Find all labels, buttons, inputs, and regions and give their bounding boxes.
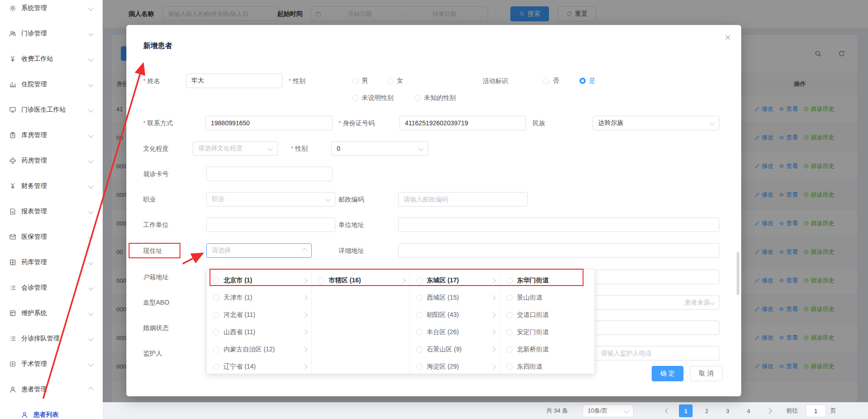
modal-scrollbar[interactable] — [737, 252, 739, 295]
cascader-option-district[interactable]: 石景山区 (9) — [410, 341, 500, 358]
visit-card-input[interactable] — [206, 167, 333, 181]
page-button-1[interactable]: 1 — [679, 404, 693, 417]
cascader-option-street[interactable]: 安定门街道 — [500, 324, 594, 341]
cascader-option-district[interactable]: 朝阳区 (43) — [410, 306, 500, 324]
chevron-down-icon — [88, 82, 93, 87]
sidebar-item-insurance[interactable]: 医保管理 — [0, 224, 103, 250]
page-unit-label: 页 — [830, 402, 836, 419]
page-button-4[interactable]: 4 — [742, 404, 755, 417]
modal-title: 新增患者 — [143, 41, 172, 51]
monitor-icon — [9, 106, 16, 113]
sidebar-item-drug-storage[interactable]: 药库管理 — [0, 250, 103, 275]
chevron-right-icon — [491, 312, 496, 317]
prev-page-button[interactable] — [661, 404, 674, 417]
cascader-option-province[interactable]: 天津市 (1) — [207, 289, 311, 306]
chevron-right-icon — [767, 408, 772, 413]
radio-active-no[interactable]: 否 — [543, 74, 559, 88]
cascader-option-province[interactable]: 河北省 (11) — [207, 306, 311, 324]
list-icon — [9, 335, 16, 342]
cascader-option-street[interactable]: 东四街道 — [500, 358, 594, 374]
sidebar-item-warehouse[interactable]: 库房管理 — [0, 123, 103, 148]
work-unit-input[interactable] — [206, 217, 335, 232]
chevron-right-icon — [303, 295, 308, 300]
sidebar-item-patients[interactable]: 患者管理 — [0, 377, 103, 402]
education-select[interactable]: 请选择文化程度 — [193, 141, 278, 156]
chevron-right-icon — [303, 330, 308, 335]
sidebar-menu: 系统管理 门诊管理 收费工作站 住院管理 门诊医生工作站 库房管理 药房管理 财… — [0, 0, 103, 419]
yen-icon — [9, 55, 16, 63]
radio-gender-unspecified[interactable]: 未说明性别 — [352, 91, 394, 105]
unit-address-input[interactable] — [398, 217, 719, 232]
page-button-2[interactable]: 2 — [700, 404, 713, 417]
radio-male[interactable]: 男 — [352, 74, 368, 88]
cascader-option-province[interactable]: 北京市 (1) — [207, 272, 311, 289]
radio-icon — [387, 78, 394, 84]
cascader-option-district[interactable]: 海淀区 (29) — [410, 358, 500, 374]
sidebar-item-inpatient[interactable]: 住院管理 — [0, 72, 103, 97]
chevron-down-icon — [325, 197, 330, 202]
cascader-option-district[interactable]: 丰台区 (26) — [410, 324, 500, 341]
gender-label: 性别 — [289, 74, 305, 88]
sidebar-item-surgery[interactable]: 手术管理 — [0, 351, 103, 377]
cascader-option-street[interactable]: 交道口街道 — [500, 306, 594, 324]
detail-address-label: 详细地址 — [339, 243, 364, 258]
sidebar-item-outpatient[interactable]: 门诊管理 — [0, 21, 103, 46]
page-button-3[interactable]: 3 — [721, 404, 734, 417]
cascader-option-province[interactable]: 内蒙古自治区 (12) — [207, 341, 311, 358]
sidebar-item-system[interactable]: 系统管理 — [0, 0, 103, 21]
radio-gender-unknown[interactable]: 未知的性别 — [414, 91, 456, 105]
sidebar-item-reports[interactable]: 报表管理 — [0, 199, 103, 224]
add-patient-modal: 新增患者 姓名 性别 男 女 活动标识 否 是 未说明性别 未知的性别 联系方式… — [126, 25, 741, 396]
sidebar-item-pharmacy[interactable]: 药房管理 — [0, 148, 103, 173]
chevron-right-icon — [491, 330, 496, 335]
detail-address-input[interactable] — [398, 243, 719, 258]
chevron-right-icon — [491, 295, 496, 300]
page-size-select[interactable]: 10条/页 — [583, 404, 634, 417]
radio-active-yes[interactable]: 是 — [579, 74, 595, 88]
postcode-input[interactable] — [398, 192, 528, 207]
contact-input[interactable] — [205, 116, 333, 130]
sidebar-item-charging-station[interactable]: 收费工作站 — [0, 46, 103, 72]
mail-icon — [9, 233, 16, 241]
sidebar-item-outpatient-doctor[interactable]: 门诊医生工作站 — [0, 97, 103, 123]
ethnicity-select[interactable]: 达斡尔族 — [593, 116, 719, 130]
sidebar-subitem-patient-list[interactable]: 患者列表 — [0, 402, 103, 419]
cascader-district-column: 东城区 (17) 西城区 (15) 朝阳区 (43) 丰台区 (26) 石景山区… — [410, 269, 500, 374]
app-root: 系统管理 门诊管理 收费工作站 住院管理 门诊医生工作站 库房管理 药房管理 财… — [0, 0, 868, 419]
sidebar-item-maintenance[interactable]: 维护系统 — [0, 301, 103, 326]
current-address-select[interactable]: 请选择 — [206, 243, 312, 258]
chevron-down-icon — [88, 31, 93, 36]
chevron-right-icon — [400, 278, 405, 283]
chevron-right-icon — [491, 364, 496, 369]
radio-icon — [506, 277, 513, 284]
unit-address-label: 单位地址 — [339, 217, 364, 232]
cascader-option-street[interactable]: 东华门街道 — [500, 272, 594, 289]
cascader-option-street[interactable]: 景山街道 — [500, 289, 594, 306]
cascader-option-city[interactable]: 市辖区 (16) — [312, 272, 409, 289]
next-page-button[interactable] — [763, 404, 776, 417]
close-icon[interactable] — [724, 34, 731, 42]
chevron-down-icon — [709, 300, 714, 305]
contact-label: 联系方式 — [143, 116, 173, 130]
idcard-input[interactable] — [399, 116, 526, 130]
radio-female[interactable]: 女 — [387, 74, 403, 88]
chevron-down-icon — [88, 183, 93, 188]
cascader-option-district[interactable]: 西城区 (15) — [410, 289, 500, 306]
sidebar-item-finance[interactable]: 财务管理 — [0, 173, 103, 199]
cascader-option-province[interactable]: 辽宁省 (14) — [207, 358, 311, 374]
sidebar-item-consultation[interactable]: 会诊管理 — [0, 275, 103, 301]
radio-icon — [213, 277, 219, 284]
occupation-select[interactable]: 职业 — [206, 192, 335, 207]
radio-icon — [543, 78, 549, 84]
confirm-button[interactable]: 确 定 — [652, 366, 683, 381]
visit-card-label: 就诊卡号 — [143, 167, 169, 181]
cascader-option-district[interactable]: 东城区 (17) — [410, 272, 500, 289]
radio-icon — [416, 329, 423, 335]
sidebar-item-triage-queue[interactable]: 分诊排队管理 — [0, 326, 103, 351]
gender2-select[interactable]: 0 — [331, 141, 428, 156]
cancel-button[interactable]: 取 消 — [690, 366, 723, 381]
name-input[interactable] — [186, 74, 283, 88]
goto-page-input[interactable] — [806, 404, 826, 417]
cascader-option-province[interactable]: 山西省 (11) — [207, 324, 311, 341]
cascader-option-street[interactable]: 北新桥街道 — [500, 341, 594, 358]
